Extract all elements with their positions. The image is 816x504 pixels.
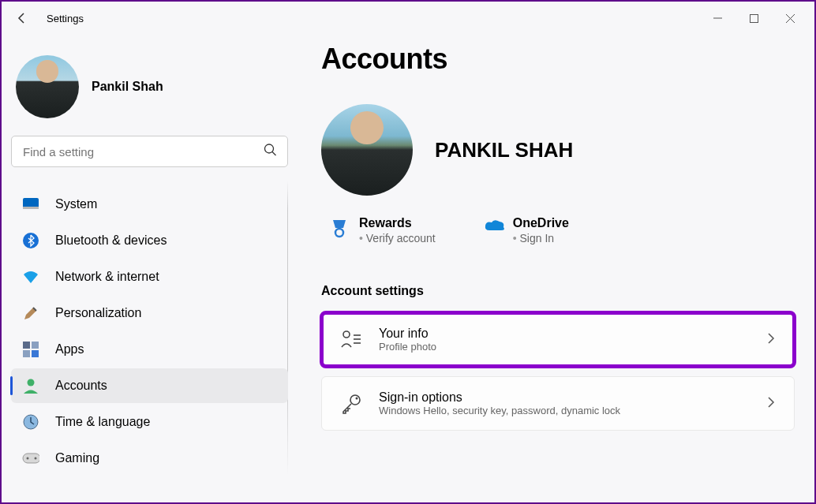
- rewards-sub: Verify account: [359, 232, 436, 245]
- svg-point-17: [343, 331, 350, 338]
- time-icon: [22, 413, 39, 431]
- page-title: Accounts: [321, 43, 795, 76]
- sidebar-item-label: Bluetooth & devices: [55, 233, 167, 248]
- search-icon: [264, 144, 277, 160]
- svg-rect-10: [32, 350, 39, 357]
- search-container: [11, 136, 288, 167]
- chevron-right-icon: [768, 397, 775, 411]
- your-info-title: Your info: [379, 327, 436, 341]
- onedrive-sub: Sign In: [513, 232, 569, 245]
- svg-point-11: [28, 379, 35, 386]
- sidebar-item-label: Personalization: [55, 306, 141, 320]
- profile-header: PANKIL SHAH: [321, 104, 795, 196]
- onedrive-icon: [483, 218, 502, 237]
- svg-point-15: [35, 457, 37, 460]
- search-input[interactable]: [11, 136, 288, 167]
- your-info-icon: [341, 330, 361, 350]
- maximize-button[interactable]: [736, 5, 772, 32]
- chevron-right-icon: [768, 333, 775, 347]
- sidebar-item-label: Time & language: [55, 415, 150, 429]
- close-button[interactable]: [772, 5, 808, 32]
- your-info-card[interactable]: Your info Profile photo: [321, 312, 795, 367]
- sidebar-item-label: Apps: [55, 342, 84, 357]
- sidebar-item-label: Network & internet: [55, 270, 159, 284]
- back-button[interactable]: [8, 4, 36, 32]
- account-settings-header: Account settings: [321, 284, 795, 298]
- svg-point-14: [27, 457, 29, 460]
- avatar-large[interactable]: [321, 104, 413, 196]
- sign-in-sub: Windows Hello, security key, password, d…: [379, 405, 620, 416]
- sidebar-item-network[interactable]: Network & internet: [11, 259, 288, 294]
- sidebar-item-bluetooth[interactable]: Bluetooth & devices: [11, 223, 288, 258]
- sidebar-item-gaming[interactable]: Gaming: [11, 441, 288, 476]
- system-icon: [22, 196, 39, 213]
- user-profile[interactable]: Pankil Shah: [11, 44, 288, 133]
- sidebar-item-personalization[interactable]: Personalization: [11, 296, 288, 330]
- minimize-button[interactable]: [699, 5, 736, 32]
- your-info-sub: Profile photo: [379, 341, 436, 353]
- svg-rect-1: [750, 14, 758, 22]
- sidebar-item-system[interactable]: System: [11, 187, 288, 222]
- rewards-title: Rewards: [359, 216, 436, 230]
- svg-line-3: [272, 152, 276, 156]
- svg-rect-8: [32, 342, 39, 349]
- svg-rect-13: [23, 454, 39, 463]
- rewards-icon: [329, 218, 348, 237]
- svg-rect-5: [23, 207, 39, 209]
- sidebar-item-time[interactable]: Time & language: [11, 405, 288, 439]
- nav-list: System Bluetooth & devices Network & int…: [11, 187, 288, 476]
- sidebar-item-apps[interactable]: Apps: [11, 332, 288, 367]
- apps-icon: [22, 341, 39, 358]
- svg-rect-9: [23, 350, 30, 357]
- svg-point-2: [265, 144, 274, 153]
- avatar: [16, 55, 79, 118]
- rewards-card[interactable]: Rewards Verify account: [329, 216, 436, 245]
- gaming-icon: [22, 450, 39, 467]
- sidebar-item-label: Gaming: [55, 451, 99, 465]
- user-display-name: Pankil Shah: [92, 80, 163, 94]
- main-content: Accounts PANKIL SHAH Rewards Verify acco…: [298, 35, 814, 502]
- profile-full-name: PANKIL SHAH: [435, 138, 573, 162]
- window-title: Settings: [47, 13, 84, 24]
- sign-in-options-card[interactable]: Sign-in options Windows Hello, security …: [321, 376, 795, 431]
- sidebar: Pankil Shah System Bluetooth & devices N…: [2, 35, 298, 502]
- sign-in-icon: [341, 394, 361, 414]
- accounts-icon: [22, 377, 39, 394]
- status-cards: Rewards Verify account OneDrive Sign In: [321, 216, 795, 245]
- sidebar-item-accounts[interactable]: Accounts: [11, 368, 288, 403]
- onedrive-title: OneDrive: [513, 216, 569, 230]
- titlebar: Settings: [2, 2, 814, 35]
- onedrive-card[interactable]: OneDrive Sign In: [483, 216, 569, 245]
- window-controls: [699, 5, 808, 32]
- svg-point-22: [356, 397, 358, 399]
- svg-point-16: [335, 229, 343, 237]
- sidebar-item-label: System: [55, 197, 97, 211]
- svg-point-21: [350, 395, 360, 405]
- sign-in-title: Sign-in options: [379, 390, 620, 405]
- bluetooth-icon: [22, 232, 39, 249]
- network-icon: [22, 268, 39, 286]
- svg-rect-7: [23, 342, 30, 349]
- sidebar-item-label: Accounts: [55, 379, 107, 393]
- personalization-icon: [22, 304, 39, 322]
